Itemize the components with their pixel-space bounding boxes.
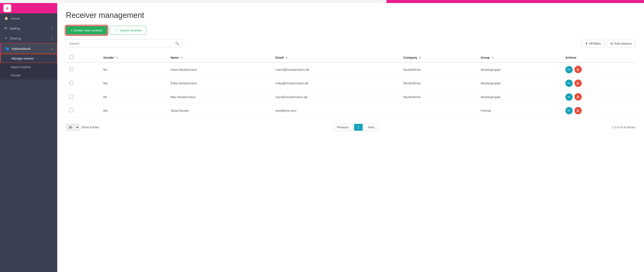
main-content: Receiver management + Create new receive… (57, 3, 644, 272)
edit-row-3-button[interactable]: ✏ (565, 107, 573, 114)
col-checkbox (66, 53, 100, 63)
sidebar-sub-groups-label: Groups (11, 74, 21, 77)
sort-gender-icon: ⇅ (116, 56, 118, 59)
gear-icon: ⚙ (610, 42, 613, 45)
sort-group-icon: ⇅ (492, 56, 494, 59)
table-header-row: Gender ⇅ Name ⇅ Email ⇅ Company ⇅ Group … (66, 53, 635, 63)
search-input[interactable] (69, 42, 175, 45)
search-button[interactable]: 🔍 (175, 41, 179, 45)
sidebar-item-home[interactable]: 🏠 Home (0, 13, 57, 23)
row-0-name: Hans Mustermann (167, 63, 272, 76)
table-row: Ms. Tanja Muster test@test.com Formal ✏ … (66, 104, 635, 118)
col-gender: Gender ⇅ (100, 53, 167, 63)
table-row: Ms. Erika Mustermann erika@mustermann.de… (66, 76, 635, 90)
row-checkbox-cell (66, 76, 100, 90)
page-title: Receiver management (66, 11, 635, 20)
delete-row-3-button[interactable]: 🗑 (574, 107, 582, 114)
receivers-table: Gender ⇅ Name ⇅ Email ⇅ Company ⇅ Group … (66, 53, 635, 118)
sidebar-item-sharing[interactable]: ↪ Sharing ❯ (0, 33, 57, 43)
col-company: Company ⇅ (400, 53, 477, 63)
top-bar (0, 0, 644, 3)
row-2-checkbox[interactable] (69, 95, 73, 99)
row-checkbox-cell (66, 90, 100, 104)
all-filters-button[interactable]: ▼ All filters (581, 40, 604, 47)
filter-buttons: ▼ All filters ⚙ Edit columns (581, 40, 635, 47)
sidebar-item-sharing-label: Sharing (10, 36, 21, 40)
sidebar-logo: e (0, 3, 57, 13)
search-box: 🔍 (66, 39, 182, 47)
mailing-icon: ✉ (4, 26, 7, 30)
sort-name-icon: ⇅ (180, 56, 182, 59)
row-0-actions: ✏ 🗑 (562, 63, 635, 76)
sharing-icon: ↪ (4, 36, 7, 40)
home-icon: 🏠 (4, 16, 8, 20)
chevron-right-icon-sharing: ❯ (51, 37, 53, 40)
col-email: Email ⇅ (272, 53, 400, 63)
row-1-email: erika@mustermann.de (272, 76, 400, 90)
import-icon: 📄 (114, 28, 118, 32)
row-2-gender: Mr. (100, 90, 167, 104)
sidebar-sub-import-label: Import receiver (11, 65, 31, 69)
entries-select-group: 10 25 50 100 Show Entries (66, 124, 99, 131)
col-group: Group ⇅ (477, 53, 562, 63)
row-3-name: Tanja Muster (167, 104, 272, 118)
import-receiver-label: Import receiver (120, 28, 142, 32)
sidebar-sub-item-groups[interactable]: Groups (0, 71, 57, 79)
pagination-bar: 10 25 50 100 Show Entries Previous 1 Nex… (66, 124, 635, 131)
action-buttons-bar: + Create new receiver 📄 Import receiver (66, 26, 635, 35)
row-3-company (400, 104, 477, 118)
logo-icon: e (4, 4, 11, 12)
sidebar-item-home-label: Home (11, 17, 20, 20)
sidebar-item-mailing-label: Mailing (10, 26, 20, 30)
sidebar-item-addressbook-label: Addressbook (12, 47, 31, 50)
sort-company-icon: ⇅ (419, 56, 421, 59)
sidebar: e 🏠 Home ✉ Mailing ❯ ↪ Sharing (0, 3, 57, 272)
sidebar-sub-item-import-receiver[interactable]: Import receiver (0, 63, 57, 71)
next-button[interactable]: Next (364, 124, 378, 131)
select-all-checkbox[interactable] (69, 55, 73, 59)
sidebar-item-mailing[interactable]: ✉ Mailing ❯ (0, 23, 57, 33)
edit-row-0-button[interactable]: ✏ (565, 66, 573, 73)
filter-icon: ▼ (585, 42, 588, 45)
row-0-email: max3@mustermann.de (272, 63, 400, 76)
row-checkbox-cell (66, 63, 100, 76)
pagination-controls: Previous 1 Next (333, 124, 378, 131)
all-filters-label: All filters (589, 42, 601, 45)
row-3-gender: Ms. (100, 104, 167, 118)
row-2-email: max@mustermann.de (272, 90, 400, 104)
sidebar-nav: 🏠 Home ✉ Mailing ❯ ↪ Sharing ❯ (0, 13, 57, 79)
table-row: Mr. Hans Mustermann max3@mustermann.de M… (66, 63, 635, 76)
row-2-actions: ✏ 🗑 (562, 90, 635, 104)
row-0-gender: Mr. (100, 63, 167, 76)
sidebar-sub-item-manage-receiver[interactable]: Manage receiver (0, 54, 57, 63)
import-receiver-button[interactable]: 📄 Import receiver (110, 26, 146, 35)
sidebar-item-addressbook[interactable]: 👥 Addressbook ❯ (0, 43, 57, 54)
chevron-down-icon: ❯ (50, 47, 52, 50)
row-3-actions: ✏ 🗑 (562, 104, 635, 118)
delete-row-1-button[interactable]: 🗑 (574, 80, 582, 87)
row-2-group: Mustergruppe (477, 90, 562, 104)
entries-per-page-select[interactable]: 10 25 50 100 (66, 124, 79, 131)
row-checkbox-cell (66, 104, 100, 118)
addressbook-icon: 👥 (5, 47, 9, 50)
row-0-checkbox[interactable] (69, 67, 73, 71)
edit-row-1-button[interactable]: ✏ (565, 80, 573, 87)
sort-email-icon: ⇅ (286, 56, 288, 59)
previous-button[interactable]: Previous (333, 124, 353, 131)
delete-row-0-button[interactable]: 🗑 (574, 66, 582, 73)
col-actions: Actions (562, 53, 635, 63)
row-3-email: test@test.com (272, 104, 400, 118)
edit-columns-label: Edit columns (614, 42, 632, 45)
page-1-button[interactable]: 1 (354, 124, 363, 131)
row-1-checkbox[interactable] (69, 81, 73, 85)
edit-columns-button[interactable]: ⚙ Edit columns (607, 40, 635, 47)
chevron-right-icon: ❯ (51, 27, 53, 30)
entries-info: 1 to 4 of 4 entries (612, 126, 635, 129)
row-3-checkbox[interactable] (69, 108, 73, 112)
create-new-receiver-button[interactable]: + Create new receiver (66, 26, 107, 35)
table-row: Mr. Max Mustermann max@mustermann.de Mus… (66, 90, 635, 104)
row-1-actions: ✏ 🗑 (562, 76, 635, 90)
delete-row-2-button[interactable]: 🗑 (574, 93, 582, 101)
edit-row-2-button[interactable]: ✏ (565, 93, 573, 101)
row-1-group: Mustergruppe (477, 76, 562, 90)
